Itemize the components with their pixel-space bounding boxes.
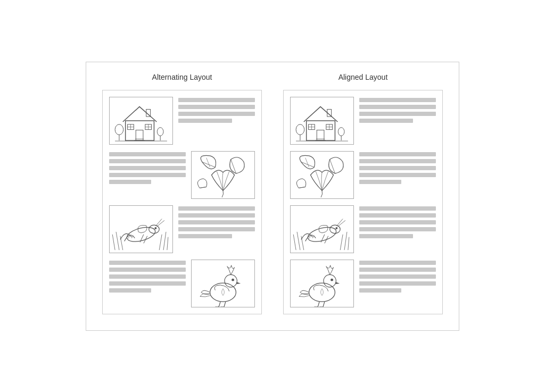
svg-line-22	[120, 236, 123, 249]
align-row-3	[290, 205, 436, 253]
text-line	[109, 180, 151, 184]
svg-point-69	[307, 224, 338, 244]
svg-line-81	[318, 302, 319, 307]
house-image-alt	[109, 97, 173, 145]
text-line	[109, 274, 186, 279]
text-line	[178, 227, 255, 231]
text-line	[109, 166, 186, 170]
svg-line-23	[159, 234, 162, 249]
text-line	[359, 213, 436, 218]
text-line	[178, 98, 255, 102]
svg-line-60	[305, 157, 309, 167]
text-line	[178, 213, 255, 218]
svg-line-25	[167, 237, 168, 249]
text-line	[109, 159, 186, 163]
text-line	[359, 98, 436, 102]
alt-row-4	[109, 260, 255, 307]
text-line	[359, 281, 436, 286]
svg-point-9	[115, 124, 123, 135]
svg-line-31	[144, 236, 147, 243]
svg-point-71	[335, 227, 337, 229]
aligned-section: Aligned Layout	[283, 73, 443, 314]
aligned-title: Aligned Layout	[283, 73, 443, 81]
text-line	[359, 152, 436, 156]
svg-rect-0	[126, 121, 154, 140]
svg-point-79	[324, 274, 336, 287]
text-line	[359, 234, 413, 238]
aligned-panel	[283, 90, 443, 314]
grasshopper-image-aligned	[290, 205, 354, 253]
alternating-title: Alternating Layout	[102, 73, 262, 81]
text-line	[109, 261, 186, 265]
svg-point-80	[331, 278, 333, 281]
text-line	[359, 227, 436, 231]
svg-line-20	[112, 234, 115, 249]
text-line	[359, 206, 436, 211]
svg-line-67	[344, 231, 347, 249]
svg-rect-43	[307, 121, 335, 140]
alt-row-3-text	[178, 205, 255, 238]
text-line	[178, 112, 255, 116]
align-row-1-text	[359, 97, 436, 123]
svg-point-28	[154, 227, 156, 229]
text-line	[359, 159, 436, 163]
quail-image-alt	[191, 260, 255, 307]
text-line	[359, 112, 436, 116]
svg-line-63	[293, 234, 296, 249]
text-line	[178, 206, 255, 211]
svg-line-64	[297, 231, 300, 249]
svg-line-24	[163, 231, 166, 249]
align-row-3-text	[359, 205, 436, 238]
text-line	[109, 173, 186, 177]
text-line	[109, 281, 186, 286]
text-line	[109, 288, 151, 293]
quail-image-aligned	[290, 260, 354, 307]
svg-point-26	[126, 224, 157, 244]
text-line	[178, 220, 255, 224]
alternating-section: Alternating Layout	[102, 73, 262, 314]
text-line	[359, 166, 436, 170]
alt-row-2-text	[109, 151, 186, 184]
svg-line-65	[301, 236, 304, 249]
svg-line-17	[207, 157, 210, 167]
text-line	[109, 152, 186, 156]
alt-row-1-text	[178, 97, 255, 123]
align-row-2-text	[359, 151, 436, 184]
svg-line-74	[325, 236, 328, 243]
alt-row-2	[109, 151, 255, 199]
svg-line-34	[128, 236, 130, 238]
alt-row-3	[109, 205, 255, 253]
svg-point-37	[232, 278, 234, 281]
svg-point-52	[296, 124, 304, 135]
svg-line-77	[309, 236, 311, 238]
svg-line-38	[219, 302, 220, 307]
text-line	[359, 220, 436, 224]
text-line	[359, 274, 436, 279]
alt-row-1	[109, 97, 255, 145]
svg-line-41	[224, 302, 226, 307]
text-line	[178, 105, 255, 109]
align-row-1	[290, 97, 436, 145]
svg-line-66	[340, 234, 343, 249]
svg-line-75	[321, 234, 325, 242]
comparison-container: Alternating Layout	[86, 62, 459, 331]
svg-line-19	[200, 187, 207, 188]
align-row-4-text	[359, 260, 436, 293]
grasshopper-image-alt	[109, 205, 173, 253]
svg-line-32	[140, 234, 144, 242]
text-line	[178, 234, 232, 238]
svg-line-62	[299, 187, 305, 188]
leaves-image-alt	[191, 151, 255, 199]
svg-line-61	[330, 159, 335, 173]
text-line	[359, 261, 436, 265]
text-line	[359, 268, 436, 272]
svg-point-11	[157, 127, 163, 136]
text-line	[359, 119, 413, 123]
svg-line-83	[323, 302, 325, 307]
text-line	[359, 173, 436, 177]
leaves-image-aligned	[290, 151, 354, 199]
svg-line-68	[348, 237, 349, 249]
svg-line-18	[231, 159, 236, 173]
text-line	[359, 288, 401, 293]
text-line	[109, 268, 186, 272]
